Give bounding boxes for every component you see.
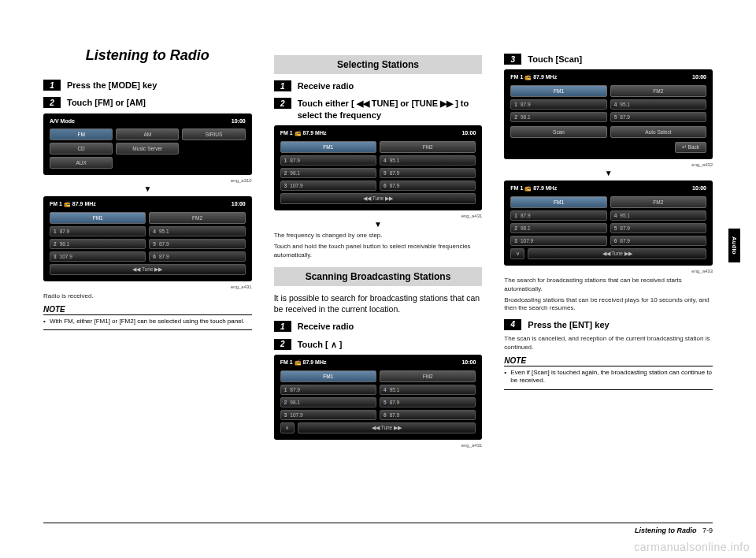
preset-5[interactable]: 587.9 xyxy=(380,397,476,407)
page-body: Listening to Radio 1 Press the [MODE] ke… xyxy=(43,47,713,448)
fm2-tab[interactable]: FM2 xyxy=(610,85,706,97)
preset-5[interactable]: 587.9 xyxy=(380,168,476,178)
preset-5[interactable]: 587.9 xyxy=(149,239,245,249)
step-4: 4 Press the [ENT] key xyxy=(504,319,713,330)
fm2-tab[interactable]: FM2 xyxy=(149,212,245,224)
screenshot-fm-presets: FM 1 📻 87.9 MHz 10:00 FM1 FM2 187.9 495.… xyxy=(274,125,483,210)
fm-button[interactable]: FM xyxy=(50,128,113,140)
step-num-icon: 2 xyxy=(274,98,291,109)
chevron-up-icon[interactable]: ∧ xyxy=(280,422,295,433)
down-arrow-icon: ▼ xyxy=(43,184,252,193)
auto-select-button[interactable]: Auto Select xyxy=(610,126,706,138)
preset-6[interactable]: 687.9 xyxy=(380,410,476,420)
fm1-tab[interactable]: FM1 xyxy=(280,141,376,153)
preset-1[interactable]: 187.9 xyxy=(280,155,376,166)
step-num-icon: 2 xyxy=(43,97,61,108)
preset-5[interactable]: 587.9 xyxy=(610,112,706,122)
fm1-tab[interactable]: FM1 xyxy=(510,196,606,208)
image-label: eng_a431 xyxy=(274,443,483,448)
back-button[interactable]: ↵ Back xyxy=(675,142,706,153)
image-label: eng_a310 xyxy=(43,178,252,183)
chevron-down-icon[interactable]: ∨ xyxy=(510,248,524,259)
screenshot-fm-presets: FM 1 📻 87.9 MHz 10:00 FM1 FM2 187.9 495.… xyxy=(504,180,713,266)
preset-5[interactable]: 587.9 xyxy=(610,223,706,233)
image-label: eng_a433 xyxy=(504,269,713,273)
fm2-tab[interactable]: FM2 xyxy=(380,370,476,382)
description: Broadcasting stations that can be receiv… xyxy=(504,296,713,313)
step-3: 3 Touch [Scan] xyxy=(504,54,713,65)
tune-bar[interactable]: ◀◀ Tune ▶▶ xyxy=(280,193,476,204)
fm1-tab[interactable]: FM1 xyxy=(280,370,376,382)
screenshot-av-mode: A/V Mode 10:00 FM AM SIRIUS CD Music Ser… xyxy=(43,113,252,175)
preset-3[interactable]: 3107.9 xyxy=(280,180,376,191)
preset-2[interactable]: 298.1 xyxy=(510,112,606,122)
footer-title: Listening to Radio xyxy=(635,526,697,534)
description: The frequency is changed by one step. xyxy=(274,232,483,240)
step-1: 1 Receive radio xyxy=(274,321,483,332)
step-num-icon: 1 xyxy=(43,80,61,91)
screen-clock: 10:00 xyxy=(692,74,706,80)
image-label: eng_a431 xyxy=(274,214,483,218)
step-num-icon: 4 xyxy=(504,319,521,330)
scan-button[interactable]: Scan xyxy=(510,126,606,138)
description: The search for broadcasting stations tha… xyxy=(504,277,713,293)
screen-title: FM 1 📻 87.9 MHz xyxy=(510,185,557,192)
image-label: eng_a432 xyxy=(504,162,713,167)
preset-1[interactable]: 187.9 xyxy=(510,99,606,110)
column-2: Selecting Stations 1 Receive radio 2 Tou… xyxy=(274,47,483,448)
screenshot-fm-presets: FM 1 📻 87.9 MHz 10:00 FM1 FM2 187.9 495.… xyxy=(43,196,252,281)
side-tab-audio: Audio xyxy=(728,229,740,262)
screen-title: FM 1 📻 87.9 MHz xyxy=(280,130,327,136)
tune-bar[interactable]: ◀◀ Tune ▶▶ xyxy=(528,248,706,259)
preset-4[interactable]: 495.1 xyxy=(149,226,245,236)
step-text: Touch [Scan] xyxy=(528,54,582,65)
screen-clock: 10:00 xyxy=(692,185,706,192)
section-heading: Selecting Stations xyxy=(274,55,483,74)
preset-4[interactable]: 495.1 xyxy=(380,155,476,166)
description: Touch and hold the touch panel button to… xyxy=(274,243,483,259)
preset-4[interactable]: 495.1 xyxy=(380,385,476,395)
preset-3[interactable]: 3107.9 xyxy=(280,410,376,420)
fm2-tab[interactable]: FM2 xyxy=(610,196,706,208)
preset-4[interactable]: 495.1 xyxy=(610,99,706,110)
preset-2[interactable]: 298.1 xyxy=(510,223,606,233)
preset-2[interactable]: 298.1 xyxy=(280,397,376,407)
preset-6[interactable]: 687.9 xyxy=(149,251,245,262)
screen-clock: 10:00 xyxy=(232,201,246,207)
step-text: Touch [ ∧ ] xyxy=(298,339,343,350)
preset-1[interactable]: 187.9 xyxy=(50,226,146,236)
step-1: 1 Receive radio xyxy=(274,80,483,91)
sirius-button[interactable]: SIRIUS xyxy=(182,128,245,140)
preset-3[interactable]: 3107.9 xyxy=(510,236,606,246)
preset-2[interactable]: 298.1 xyxy=(280,168,376,178)
preset-1[interactable]: 187.9 xyxy=(510,210,606,221)
step-num-icon: 2 xyxy=(274,339,291,350)
step-text: Touch either [ ◀◀ TUNE] or [TUNE ▶▶ ] to… xyxy=(298,98,483,121)
screen-title: FM 1 📻 87.9 MHz xyxy=(510,74,557,80)
section-heading: Scanning Broadcasting Stations xyxy=(274,267,483,286)
fm1-tab[interactable]: FM1 xyxy=(510,85,606,97)
screen-clock: 10:00 xyxy=(461,359,476,366)
preset-6[interactable]: 687.9 xyxy=(380,180,476,191)
intro-text: It is possible to search for broadcastin… xyxy=(274,292,483,314)
tune-bar[interactable]: ◀◀ Tune ▶▶ xyxy=(50,264,246,275)
am-button[interactable]: AM xyxy=(116,128,179,140)
screen-title: FM 1 📻 87.9 MHz xyxy=(280,359,327,366)
screen-title: A/V Mode xyxy=(50,118,75,124)
image-label: eng_a431 xyxy=(43,285,252,289)
tune-bar[interactable]: ◀◀ Tune ▶▶ xyxy=(298,422,476,433)
preset-4[interactable]: 495.1 xyxy=(610,210,706,221)
screenshot-scan-menu: FM 1 📻 87.9 MHz 10:00 FM1 FM2 187.9 495.… xyxy=(504,69,713,159)
footer-page: 7-9 xyxy=(702,526,713,534)
step-num-icon: 3 xyxy=(504,54,521,65)
fm2-tab[interactable]: FM2 xyxy=(380,141,476,153)
preset-6[interactable]: 687.9 xyxy=(610,236,706,246)
preset-3[interactable]: 3107.9 xyxy=(50,251,146,262)
cd-button[interactable]: CD xyxy=(50,143,113,154)
fm1-tab[interactable]: FM1 xyxy=(50,212,146,224)
aux-button[interactable]: AUX xyxy=(50,157,113,169)
step-2: 2 Touch either [ ◀◀ TUNE] or [TUNE ▶▶ ] … xyxy=(274,98,483,121)
preset-2[interactable]: 298.1 xyxy=(50,239,146,249)
preset-1[interactable]: 187.9 xyxy=(280,385,376,395)
music-server-button[interactable]: Music Server xyxy=(116,143,179,154)
